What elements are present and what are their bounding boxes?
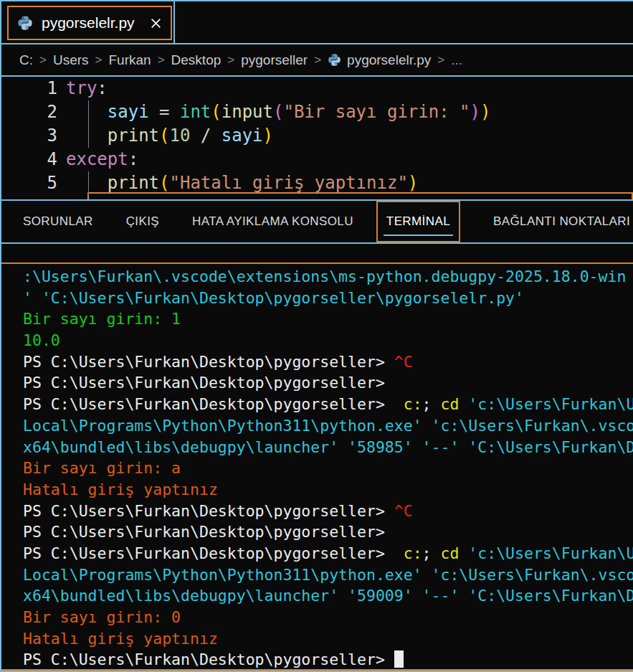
breadcrumb-item-label: pygorseller	[241, 52, 308, 68]
close-icon[interactable]	[150, 17, 162, 29]
code-line[interactable]: 5 print("Hatalı giriş yaptınız")	[1, 171, 633, 195]
code-token: "Bir sayı girin: "	[283, 102, 470, 122]
terminal-line: PS C:\Users\Furkan\Desktop\pygorseller> …	[23, 394, 633, 415]
panel-tab-label: SORUNLAR	[23, 214, 93, 229]
terminal-text: PS C:\Users\Furkan\Desktop\pygorseller>	[23, 374, 385, 392]
terminal-text: c:	[404, 395, 422, 413]
terminal-text: PS C:\Users\Furkan\Desktop\pygorseller>	[23, 353, 394, 371]
terminal-text: PS C:\Users\Furkan\Desktop\pygorseller>	[23, 523, 385, 541]
code-token: except	[66, 149, 128, 169]
chevron-right-icon: >	[95, 53, 103, 67]
code-token: (	[273, 102, 283, 122]
terminal-text: ^C	[394, 353, 413, 371]
breadcrumb-item-label: pygorselelr.py	[347, 52, 431, 68]
breadcrumb-item[interactable]: pygorseller	[241, 52, 308, 68]
terminal-text: cd	[441, 544, 469, 562]
tab-pygorselelr-py[interactable]: pygorselelr.py	[7, 6, 172, 40]
code-token: )	[408, 173, 418, 193]
breadcrumb: C:>Users>Furkan>Desktop>pygorseller>pygo…	[1, 44, 633, 75]
breadcrumb-item[interactable]: Furkan	[109, 52, 151, 68]
terminal-line: Local\Programs\Python\Python311\python.e…	[23, 564, 633, 586]
code-token: )	[470, 102, 480, 122]
terminal-line: Bir sayı girin: 1	[23, 308, 633, 330]
chevron-right-icon: >	[39, 53, 47, 67]
code-line[interactable]: 2 sayi = int(input("Bir sayı girin: "))	[1, 100, 633, 124]
terminal-text: :\Users\Furkan\.vscode\extensions\ms-pyt…	[23, 268, 626, 285]
terminal-text: x64\bundled\libs\debugpy\launcher' '5900…	[23, 587, 633, 605]
panel-tab-sorunlar[interactable]: SORUNLAR	[23, 201, 93, 242]
line-number: 4	[1, 148, 57, 171]
code-token: )	[480, 102, 490, 122]
code-line[interactable]: 3 print(10 / sayi)	[1, 124, 633, 148]
terminal-line: Hatalı giriş yaptınız	[23, 479, 633, 501]
terminal-text: Bir sayı girin: 0	[23, 608, 181, 626]
panel-tab-bar: SORUNLARÇIKIŞHATA AYIKLAMA KONSOLUTERMİN…	[1, 201, 633, 242]
code-line[interactable]: 6	[1, 195, 633, 199]
code-token	[66, 126, 108, 146]
line-number: 3	[1, 124, 57, 148]
breadcrumb-item-label: Users	[53, 52, 89, 68]
terminal-text: Bir sayı girin: 1	[23, 310, 181, 328]
breadcrumb-item[interactable]: ...	[451, 52, 462, 68]
line-number: 5	[1, 171, 57, 195]
terminal-text: 'c:\Users\Furkan\U	[468, 395, 633, 413]
panel-gap	[1, 244, 633, 262]
terminal-line: PS C:\Users\Furkan\Desktop\pygorseller>	[23, 649, 633, 671]
active-tab-underline	[384, 235, 453, 236]
line-number: 6	[1, 195, 57, 199]
code-token: "Hatalı giriş yaptınız"	[170, 173, 408, 193]
python-icon	[328, 53, 341, 67]
breadcrumb-item[interactable]: Users	[53, 52, 89, 68]
terminal-output[interactable]: :\Users\Furkan\.vscode\extensions\ms-pyt…	[1, 262, 633, 671]
code-line[interactable]: 1try:	[1, 77, 633, 100]
code-token: =	[149, 102, 180, 122]
terminal-text: c:	[404, 544, 422, 562]
terminal-line: Bir sayı girin: a	[23, 458, 633, 479]
code-token: input	[222, 102, 273, 122]
terminal-text: cd	[441, 395, 469, 413]
code-token: (	[159, 126, 169, 146]
terminal-text: ^C	[394, 502, 413, 520]
terminal-line: ' 'C:\Users\Furkan\Desktop\pygorseller\p…	[23, 288, 633, 309]
panel-tab-termi-nal[interactable]: TERMİNAL	[376, 201, 460, 242]
breadcrumb-item[interactable]: C:	[19, 52, 33, 68]
terminal-text: PS C:\Users\Furkan\Desktop\pygorseller>	[23, 650, 394, 668]
panel-tab-ba-lanti-noktalari[interactable]: BAĞLANTI NOKTALARI	[493, 201, 630, 242]
panel-tab-hata-ayiklama-konsolu[interactable]: HATA AYIKLAMA KONSOLU	[192, 201, 353, 242]
breadcrumb-item[interactable]: pygorselelr.py	[328, 52, 431, 68]
breadcrumb-item[interactable]: Desktop	[171, 52, 222, 68]
code-line[interactable]: 4except:	[1, 148, 633, 171]
terminal-text: ' 'C:\Users\Furkan\Desktop\pygorseller\p…	[23, 289, 524, 307]
terminal-line: x64\bundled\libs\debugpy\launcher' '5900…	[23, 585, 633, 607]
code-token: )	[263, 126, 273, 146]
panel-tab--iki-[interactable]: ÇIKIŞ	[126, 201, 159, 242]
code-editor[interactable]: 1try:2 sayi = int(input("Bir sayı girin:…	[1, 77, 633, 199]
code-token: sayi	[222, 126, 263, 146]
terminal-text: Hatalı giriş yaptınız	[23, 630, 218, 648]
indent-guide	[88, 100, 89, 124]
code-token: (	[211, 102, 221, 122]
tab-cell-divider	[173, 1, 175, 43]
code-token: sayi	[108, 102, 149, 122]
line-number: 2	[1, 100, 57, 124]
terminal-text: 'c:\Users\Furkan\U	[468, 544, 633, 562]
code-token: (	[159, 173, 169, 193]
terminal-line: Bir sayı girin: 0	[23, 607, 633, 628]
code-token: int	[180, 102, 211, 122]
vscode-window: pygorselelr.py C:>Users>Furkan>Desktop>p…	[0, 0, 633, 672]
chevron-right-icon: >	[158, 53, 165, 67]
chevron-right-icon: >	[437, 53, 444, 67]
code-line-content: try:	[66, 77, 633, 100]
chevron-right-icon: >	[314, 53, 321, 67]
code-token: try	[66, 78, 97, 98]
code-token	[66, 173, 108, 193]
indent-guide	[88, 124, 89, 148]
code-line-content: except:	[66, 148, 633, 171]
terminal-line: 10.0	[23, 330, 633, 351]
terminal-line: PS C:\Users\Furkan\Desktop\pygorseller> …	[23, 501, 633, 522]
terminal-line: Hatalı giriş yaptınız	[23, 628, 633, 650]
terminal-text: Bir sayı girin: a	[23, 459, 181, 477]
breadcrumb-item-label: ...	[451, 52, 462, 68]
terminal-text: Local\Programs\Python\Python311\python.e…	[23, 417, 633, 435]
indent-guide	[88, 171, 89, 195]
